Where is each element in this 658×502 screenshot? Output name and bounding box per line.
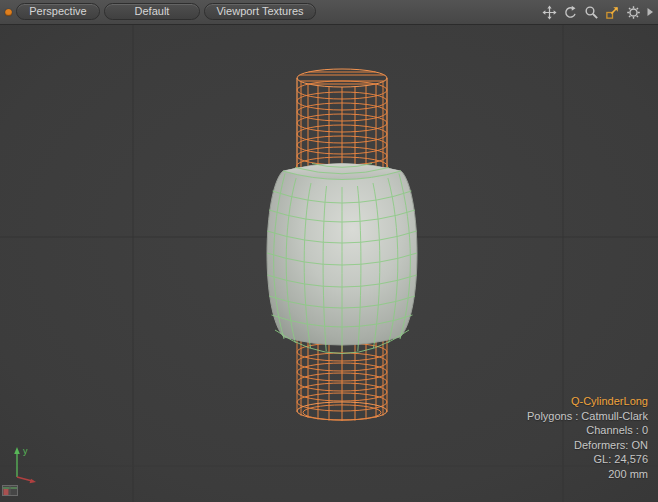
viewport-textures-dropdown[interactable]: Viewport Textures: [204, 3, 316, 20]
zoom-icon[interactable]: [582, 3, 600, 21]
stat-gl-count: GL: 24,576: [527, 452, 648, 467]
view-type-dropdown[interactable]: Perspective: [16, 3, 100, 20]
maximize-icon[interactable]: [603, 3, 621, 21]
item-info-hud: Q-CylinderLong Polygons : Catmull-Clark …: [527, 394, 648, 481]
y-axis-label: y: [23, 446, 28, 456]
x-axis-arrow: [17, 477, 32, 481]
gear-icon[interactable]: [624, 3, 642, 21]
stat-deformers: Deformers: ON: [527, 438, 648, 453]
workplane-icon[interactable]: [2, 483, 19, 501]
modo-3d-viewport-window: { "topbar": { "perspective_button": "Per…: [0, 0, 658, 502]
flyout-arrow-icon[interactable]: [645, 3, 655, 21]
rotate-icon[interactable]: [561, 3, 579, 21]
subdivided-cylinder-mesh[interactable]: [267, 164, 417, 354]
viewport-3d[interactable]: Q-CylinderLong Polygons : Catmull-Clark …: [0, 25, 658, 502]
stat-channels: Channels : 0: [527, 423, 648, 438]
stat-polygons: Polygons : Catmull-Clark: [527, 409, 648, 424]
viewport-toolbar: Perspective Default Viewport Textures: [0, 0, 658, 25]
stat-grid-size: 200 mm: [527, 467, 648, 482]
shading-style-dropdown[interactable]: Default: [104, 3, 200, 20]
y-axis-arrow: [14, 447, 20, 454]
pan-icon[interactable]: [540, 3, 558, 21]
viewport-active-dot: [5, 9, 12, 16]
toolbar-icon-group: [540, 0, 655, 24]
axis-gizmo: y: [6, 441, 46, 489]
selected-item-name: Q-CylinderLong: [527, 394, 648, 409]
